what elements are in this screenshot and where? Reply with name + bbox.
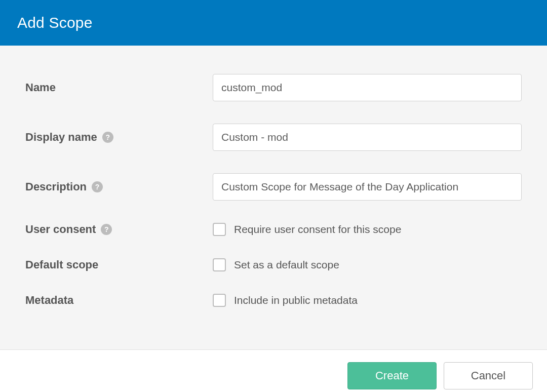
name-label: Name <box>25 81 213 94</box>
default-scope-checkbox-label[interactable]: Set as a default scope <box>234 259 339 271</box>
display-name-label-text: Display name <box>25 131 97 144</box>
metadata-checkbox-row: Include in public metadata <box>213 294 522 307</box>
metadata-checkbox-label[interactable]: Include in public metadata <box>234 294 358 306</box>
metadata-label-text: Metadata <box>25 294 73 307</box>
help-icon[interactable]: ? <box>102 132 113 143</box>
display-name-label: Display name ? <box>25 131 213 144</box>
user-consent-checkbox-row: Require user consent for this scope <box>213 223 522 236</box>
description-row: Description ? <box>25 173 522 201</box>
user-consent-label: User consent ? <box>25 223 213 236</box>
help-icon[interactable]: ? <box>92 181 103 192</box>
user-consent-checkbox-label[interactable]: Require user consent for this scope <box>234 223 401 236</box>
create-button[interactable]: Create <box>347 362 437 389</box>
help-icon[interactable]: ? <box>101 224 112 235</box>
description-input[interactable] <box>213 173 522 201</box>
name-row: Name <box>25 74 522 101</box>
description-control <box>213 173 522 201</box>
dialog-body: Name Display name ? Description ? <box>0 46 547 349</box>
user-consent-checkbox[interactable] <box>213 223 226 236</box>
display-name-input[interactable] <box>213 124 522 151</box>
metadata-row: Metadata Include in public metadata <box>25 294 522 307</box>
name-control <box>213 74 522 101</box>
cancel-button[interactable]: Cancel <box>444 362 533 389</box>
default-scope-checkbox[interactable] <box>213 258 226 271</box>
name-input[interactable] <box>213 74 522 101</box>
user-consent-control: Require user consent for this scope <box>213 223 522 236</box>
default-scope-row: Default scope Set as a default scope <box>25 258 522 271</box>
metadata-checkbox[interactable] <box>213 294 226 307</box>
user-consent-label-text: User consent <box>25 223 96 236</box>
metadata-control: Include in public metadata <box>213 294 522 307</box>
metadata-label: Metadata <box>25 294 213 307</box>
default-scope-checkbox-row: Set as a default scope <box>213 258 522 271</box>
dialog-footer: Create Cancel <box>0 349 547 392</box>
default-scope-label: Default scope <box>25 258 213 271</box>
display-name-row: Display name ? <box>25 124 522 151</box>
default-scope-control: Set as a default scope <box>213 258 522 271</box>
name-label-text: Name <box>25 81 56 94</box>
user-consent-row: User consent ? Require user consent for … <box>25 223 522 236</box>
display-name-control <box>213 124 522 151</box>
dialog-title: Add Scope <box>17 14 530 31</box>
dialog-header: Add Scope <box>0 0 547 46</box>
description-label-text: Description <box>25 180 87 193</box>
description-label: Description ? <box>25 180 213 193</box>
add-scope-dialog: Add Scope Name Display name ? Descrip <box>0 0 547 392</box>
default-scope-label-text: Default scope <box>25 258 98 271</box>
